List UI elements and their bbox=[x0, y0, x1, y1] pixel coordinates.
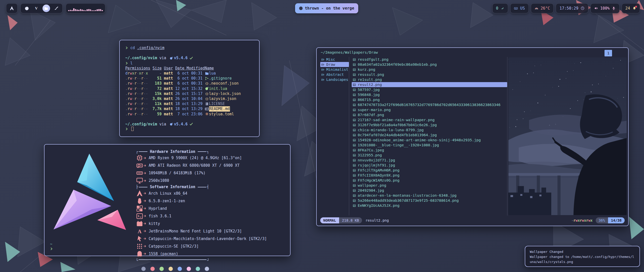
file-row[interactable]: .rw-r--r--51matt 6 oct 00:31.gitignore bbox=[125, 76, 254, 81]
active-window-title[interactable]: thrown - on the verge bbox=[295, 3, 358, 13]
file-list-item[interactable]: 08a634fa02a32364f69ebc86a98eb1eb.png bbox=[352, 62, 507, 67]
file-list-item[interactable]: 154928-odinokoe_anime-art-anime-okno-sin… bbox=[352, 138, 507, 143]
file-manager-window[interactable]: ~/Imagenes/Wallpapers/Draw 1 MiscDrawMin… bbox=[316, 47, 629, 226]
filesize-badge: 218.8 KB bbox=[339, 217, 362, 223]
file-name: 20492984.jpg bbox=[358, 188, 384, 192]
shell-context-line: ~/.config/nvim via v5.4.6 bbox=[125, 55, 254, 60]
file-list-item[interactable]: 866715.png bbox=[352, 97, 507, 102]
sidebar-folder-minimalist[interactable]: Minimalist bbox=[320, 67, 349, 72]
visualizer-bar bbox=[93, 10, 95, 11]
fetch-shell-prompt[interactable]: ~ bbox=[50, 242, 53, 252]
file-row[interactable]: .rw-r--r--15kmatt26 oct 15:17{}lazy-lock… bbox=[125, 91, 254, 96]
file-name: result2.png bbox=[358, 83, 382, 87]
file-list-item[interactable]: nnvuv0xj2df71.jpg bbox=[352, 158, 507, 163]
check-icon bbox=[189, 122, 193, 126]
file-row[interactable]: .rw-r--r--11kmatt18 oct 13:29LICENSE bbox=[125, 101, 254, 106]
list-position: 14/38 bbox=[608, 217, 625, 223]
visualizer-bar bbox=[98, 9, 100, 11]
terminal-window[interactable]: cd .config/nvim ~/.config/nvim via v5.4.… bbox=[119, 40, 260, 137]
image-file-icon bbox=[353, 103, 356, 107]
file-list-item[interactable]: kurz.png bbox=[352, 67, 507, 72]
file-name: re1sult.png bbox=[358, 78, 382, 82]
terminal-cursor bbox=[131, 127, 134, 131]
folder-icon bbox=[321, 63, 325, 66]
file-list-item[interactable]: 3126f7e9bbf21a8a4af0b67b041c6e26.jpg bbox=[352, 122, 507, 127]
weather-widget[interactable]: 26°C bbox=[531, 3, 554, 13]
file-list-item[interactable]: resssult.png bbox=[352, 72, 507, 77]
file-list-item[interactable]: 68747470733a2f2f696d616765732d7769786d70… bbox=[352, 102, 507, 107]
svg-text:{}: {} bbox=[205, 97, 209, 100]
file-row[interactable]: .rw-r--r--72matt12 oct 15:32init.lua bbox=[125, 86, 254, 91]
file-list-item[interactable]: 87r687df.png bbox=[352, 112, 507, 117]
file-list-item[interactable]: 217167-sad-anime-rain-wallpaper.png bbox=[352, 117, 507, 122]
file-row[interactable]: drwxr-xr-x-matt 6 oct 00:31lua bbox=[125, 71, 254, 76]
image-file-icon bbox=[353, 189, 356, 192]
file-list-item[interactable]: ressdfgult.png bbox=[352, 57, 507, 62]
folder-label: Draw bbox=[326, 62, 335, 66]
file-list-item[interactable]: wallpaper.png bbox=[352, 183, 507, 188]
file-name: 3122955.png bbox=[358, 153, 382, 157]
file-permissions: -rwxrwxrwx bbox=[571, 218, 592, 222]
notification-toast[interactable]: Wallpaper Changed Wallpaper changed to /… bbox=[525, 246, 640, 267]
check-icon bbox=[189, 56, 193, 60]
visualizer-bar bbox=[73, 8, 74, 11]
image-file-icon bbox=[353, 164, 356, 167]
image-file-icon bbox=[353, 73, 356, 76]
file-row[interactable]: .rw-r--r--3,0kmatt26 oct 10:04{}lazyvim.… bbox=[125, 96, 254, 101]
clock-time: 17:50:29 bbox=[559, 6, 578, 11]
distro-logo bbox=[49, 148, 136, 271]
file-list-item[interactable]: 19201080-__blue-tinge__-1920×1080.jpg bbox=[352, 143, 507, 148]
fetch-info-row: AJetBrainsMono Nerd Font Light 10 [GTK2/… bbox=[136, 227, 286, 235]
file-list-item[interactable]: result2.png bbox=[352, 82, 507, 87]
sidebar-folder-misc[interactable]: Misc bbox=[320, 57, 349, 62]
keyboard-layout-widget[interactable]: US bbox=[510, 3, 529, 13]
notifications-widget[interactable]: 0 bbox=[492, 3, 508, 13]
file-name: 68747470733a2f2f696d616765732d7769786d70… bbox=[358, 103, 500, 107]
arrow-icon bbox=[143, 179, 147, 182]
file-list-item[interactable]: 8FKa7Cu.jpeg bbox=[352, 148, 507, 153]
file-list-item[interactable]: 587597.jpg bbox=[352, 87, 507, 92]
dock-app-firefox[interactable] bbox=[24, 5, 30, 12]
file-list-item[interactable]: super-mario.png bbox=[352, 107, 507, 112]
file-list-item[interactable]: EeNKYgIUcAAJ5JX.png bbox=[352, 203, 507, 208]
image-file-icon bbox=[353, 118, 356, 122]
file-list-item[interactable]: atardecer-en-la-montanas-ilustracion-634… bbox=[352, 193, 507, 198]
file-list-item[interactable]: 0c794faf07de24a4db4d4fb1eb813964.jpg bbox=[352, 132, 507, 138]
tab-badge[interactable]: 1 bbox=[605, 50, 612, 56]
app-launcher-button[interactable] bbox=[6, 3, 18, 13]
file-name: chica-mirando-la-luna-8799.jpg bbox=[358, 128, 424, 132]
clock-widget[interactable]: 17:50:29 bbox=[556, 3, 588, 13]
sidebar-folder-landscapes[interactable]: Landscapes bbox=[320, 77, 349, 82]
dock-app-folder[interactable] bbox=[43, 5, 50, 12]
file-list-item[interactable]: 596848.jpg bbox=[352, 92, 507, 97]
file-row[interactable]: .rw-r--r--7,7kmatt18 oct 13:29README.md bbox=[125, 106, 254, 111]
file-list-item[interactable]: 5a266e448add93deab367d87173e9f25-6837886… bbox=[352, 198, 507, 203]
file-list-item[interactable]: rsjqojlmjhf91.jpg bbox=[352, 163, 507, 168]
fetch-info-row: Catppuccin-SE [GTK2/3] bbox=[136, 243, 286, 250]
file-list-item[interactable]: FXfcHgcWIAMzs0G.png bbox=[352, 178, 507, 183]
volume-widget[interactable]: 100% bbox=[590, 3, 620, 13]
calendar-widget[interactable]: 24 bbox=[622, 3, 640, 13]
file-list-item[interactable]: re1sult.png bbox=[352, 77, 507, 82]
file-list-item[interactable]: chica-mirando-la-luna-8799.jpg bbox=[352, 127, 507, 132]
folder-sidebar: MiscDrawMinimalistAbstractLandscapes bbox=[317, 57, 349, 216]
fetch-window[interactable]: ┌Hardware Information┐AMD Ryzen 9 5900X … bbox=[44, 144, 291, 256]
file-list-item[interactable]: 20492984.jpg bbox=[352, 188, 507, 193]
file-row[interactable]: .rw-r--r--59matt 7 oct 23:06stylua.toml bbox=[125, 112, 254, 117]
dock-app-brush[interactable] bbox=[53, 5, 59, 12]
file-name: wallpaper.png bbox=[358, 183, 386, 187]
image-file-icon bbox=[353, 139, 356, 142]
file-row[interactable]: .rw-r--r--183matt 6 oct 00:31{}.neoconf.… bbox=[125, 81, 254, 86]
desktop: V thrown - on the verge 0 US 26°C 17:50:… bbox=[0, 0, 644, 272]
clock-icon bbox=[581, 6, 585, 10]
sidebar-folder-abstract[interactable]: Abstract bbox=[320, 72, 349, 77]
file-list-item[interactable]: 3122955.png bbox=[352, 153, 507, 158]
file-list-item[interactable]: FXfcJlTXgAMvH6R.png bbox=[352, 168, 507, 173]
file-list-item[interactable]: FXfcII0X0AQyn9X.png bbox=[352, 173, 507, 178]
lua-icon bbox=[170, 56, 173, 60]
sidebar-folder-draw[interactable]: Draw bbox=[320, 62, 349, 67]
arrow-icon bbox=[143, 222, 147, 225]
terminal-prompt[interactable] bbox=[125, 127, 254, 131]
dock-app-vim[interactable]: V bbox=[33, 5, 39, 12]
file-name: kurz.png bbox=[358, 67, 375, 72]
